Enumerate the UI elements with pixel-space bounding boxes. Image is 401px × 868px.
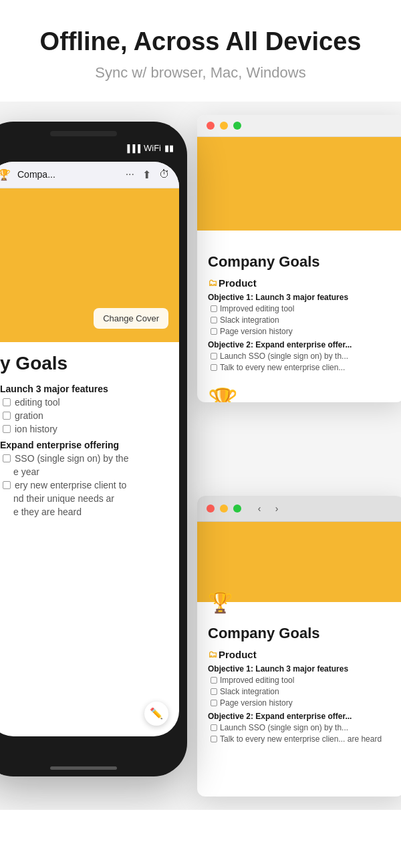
- phone-item-needs: nd their unique needs ar: [0, 493, 167, 504]
- checkbox-icon: [211, 736, 217, 742]
- checkbox-icon: [211, 328, 217, 335]
- window-content-1: Company Goals 🗂 Product Objective 1: Lau…: [197, 231, 401, 384]
- devices-section: ▐▐▐ WiFi ▮▮ 🏆 Compa... ··· ⬆ ⏱ Change Co…: [0, 102, 401, 810]
- window2-item-history: Page version history: [208, 698, 394, 708]
- phone-favicon-icon: 🏆: [0, 168, 11, 181]
- phone-home-indicator: [50, 766, 117, 770]
- phone-item-slack: gration: [0, 410, 167, 421]
- edit-icon: ✏️: [150, 707, 163, 720]
- phone-page-title: y Goals: [0, 353, 167, 374]
- checkbox-icon: [211, 724, 217, 731]
- checkbox-icon: [211, 317, 217, 323]
- window-cover-1: 🏆: [197, 137, 401, 231]
- traffic-light-green-2[interactable]: [233, 504, 241, 513]
- trophy-icon-1: 🏆: [208, 387, 238, 402]
- checkbox-icon: [211, 700, 217, 706]
- checkbox-icon: [211, 353, 217, 359]
- history-icon[interactable]: ⏱: [159, 168, 170, 181]
- checkbox-icon: [3, 454, 11, 462]
- window1-item-enterprise: Talk to every new enterprise clien...: [208, 363, 394, 372]
- more-icon[interactable]: ···: [126, 168, 134, 181]
- forward-arrow-icon[interactable]: ›: [269, 501, 284, 516]
- checkbox-icon: [3, 425, 11, 433]
- phone-objective1: Launch 3 major features: [0, 384, 167, 394]
- folder-icon-1: 🗂: [208, 277, 217, 288]
- hero-title: Offline, Across All Devices: [13, 27, 388, 57]
- phone-browser-title: Compa...: [17, 169, 119, 180]
- window1-obj2: Objective 2: Expand enterprise offer...: [208, 340, 394, 349]
- phone-item-heard: e they are heard: [0, 507, 167, 517]
- window1-item-history: Page version history: [208, 327, 394, 336]
- phone-mockup: ▐▐▐ WiFi ▮▮ 🏆 Compa... ··· ⬆ ⏱ Change Co…: [0, 122, 187, 776]
- phone-status-bar: ▐▐▐ WiFi ▮▮: [0, 142, 174, 155]
- checkbox-icon: [3, 412, 11, 420]
- trophy-icon-2: 🏆: [208, 591, 233, 613]
- desktop-window-2: ‹ › 🏆 Company Goals 🗂 Product Objective …: [197, 496, 401, 797]
- phone-browser-actions: ··· ⬆ ⏱: [126, 168, 170, 181]
- window2-obj1: Objective 1: Launch 3 major features: [208, 664, 394, 674]
- traffic-light-yellow-2[interactable]: [220, 504, 228, 513]
- phone-edit-button[interactable]: ✏️: [144, 702, 168, 726]
- phone-notch: [50, 131, 117, 136]
- window-titlebar-2: ‹ ›: [197, 496, 401, 522]
- window1-item-editing: Improved editing tool: [208, 304, 394, 313]
- window-content-2: Company Goals 🗂 Product Objective 1: Lau…: [197, 602, 401, 755]
- battery-icon: ▮▮: [164, 143, 174, 153]
- phone-browser-bar: 🏆 Compa... ··· ⬆ ⏱: [0, 162, 179, 188]
- window2-item-slack: Slack integration: [208, 687, 394, 696]
- desktop-window-1: 🏆 Company Goals 🗂 Product Objective 1: L…: [197, 115, 401, 402]
- window1-obj1: Objective 1: Launch 3 major features: [208, 293, 394, 302]
- checkbox-icon: [3, 398, 11, 406]
- phone-item-editing: editing tool: [0, 397, 167, 408]
- window-cover-2: 🏆: [197, 522, 401, 602]
- window-section-heading-1: 🗂 Product: [208, 277, 394, 289]
- checkbox-icon: [211, 677, 217, 684]
- traffic-light-red-2[interactable]: [207, 504, 215, 513]
- window-page-title-2: Company Goals: [208, 625, 394, 642]
- hero-subtitle: Sync w/ browser, Mac, Windows: [13, 64, 388, 82]
- change-cover-button[interactable]: Change Cover: [94, 308, 168, 329]
- window-titlebar-1: [197, 115, 401, 137]
- phone-item-enterprise: ery new enterprise client to: [0, 480, 167, 490]
- folder-icon-2: 🗂: [208, 649, 217, 660]
- phone-item-history: ion history: [0, 424, 167, 434]
- phone-screen: 🏆 Compa... ··· ⬆ ⏱ Change Cover y Goals …: [0, 162, 179, 736]
- window2-item-editing: Improved editing tool: [208, 676, 394, 685]
- traffic-light-green-1[interactable]: [233, 122, 241, 130]
- checkbox-icon: [3, 481, 11, 489]
- phone-cover: Change Cover: [0, 188, 179, 342]
- checkbox-icon: [211, 305, 217, 312]
- share-icon[interactable]: ⬆: [142, 168, 151, 181]
- window2-obj2: Objective 2: Expand enterprise offer...: [208, 712, 394, 721]
- window1-item-slack: Slack integration: [208, 315, 394, 325]
- back-arrow-icon[interactable]: ‹: [252, 501, 267, 516]
- window1-item-sso: Launch SSO (single sign on) by th...: [208, 351, 394, 361]
- checkbox-icon: [211, 364, 217, 371]
- traffic-light-yellow-1[interactable]: [220, 122, 228, 130]
- phone-objective2: Expand enterprise offering: [0, 440, 167, 450]
- phone-content: y Goals Launch 3 major features editing …: [0, 342, 179, 531]
- wifi-icon: WiFi: [144, 143, 161, 153]
- checkbox-icon: [211, 688, 217, 695]
- signal-icon: ▐▐▐: [125, 144, 140, 152]
- window2-item-enterprise: Talk to every new enterprise clien... ar…: [208, 734, 394, 744]
- window2-item-sso: Launch SSO (single sign on) by th...: [208, 723, 394, 732]
- window-nav-arrows: ‹ ›: [252, 501, 284, 516]
- hero-section: Offline, Across All Devices Sync w/ brow…: [0, 0, 401, 102]
- window-page-title-1: Company Goals: [208, 253, 394, 271]
- phone-item-sso: SSO (single sign on) by the: [0, 453, 167, 464]
- window-section-heading-2: 🗂 Product: [208, 649, 394, 660]
- phone-item-year: e year: [0, 466, 167, 477]
- traffic-light-red-1[interactable]: [207, 122, 215, 130]
